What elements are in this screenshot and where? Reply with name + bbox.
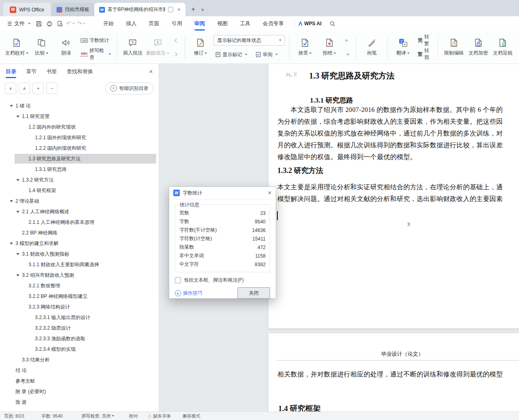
- previous-change-button[interactable]: [342, 35, 352, 45]
- toc-item[interactable]: 3.2.2 BP 神经网络模型建立: [0, 291, 159, 302]
- previous-comment-button[interactable]: [171, 35, 181, 45]
- section-heading-1-4[interactable]: 1.4 研究框架: [278, 403, 321, 412]
- document-text-line[interactable]: 本文选取了绍兴市 2007-2016 的数据作为原始样本数据。其中前 6 个年的: [277, 104, 503, 116]
- toc-item[interactable]: 1.2.2 国内的现状和研究: [0, 143, 159, 153]
- toc-item[interactable]: 3.2.1 数据整理: [0, 280, 159, 291]
- next-comment-button[interactable]: [171, 49, 181, 59]
- toc-item[interactable]: 1.4 研究框架: [0, 185, 159, 196]
- next-change-button[interactable]: [342, 49, 352, 59]
- toc-item[interactable]: 参考文献: [0, 376, 159, 386]
- status-spellcheck[interactable]: 拼写检查: 关闭: [81, 413, 114, 419]
- toc-item[interactable]: 1.2 国内外的研究现状: [0, 122, 159, 132]
- document-page-3[interactable]: H₃ ⠿ 1.3 研究思路及研究方法 1.3.1 研究思路 本文选取了绍兴市 2…: [268, 64, 519, 328]
- panel-tab[interactable]: 章节: [26, 64, 37, 79]
- status-page[interactable]: 页面: 8/23: [4, 413, 24, 419]
- toc-item[interactable]: 3.2.3.2 隐层设计: [0, 323, 159, 333]
- tab-current-doc[interactable]: W 基于BP神经网络的绍兴市财政 ✕: [94, 3, 185, 16]
- page-header[interactable]: 毕业设计（论文）: [381, 350, 423, 358]
- toc-expand-arrow[interactable]: [10, 200, 13, 202]
- print-button[interactable]: [44, 18, 55, 29]
- encrypt-document-button[interactable]: 文档加密: [466, 34, 491, 61]
- status-word-count[interactable]: 字数: 9540: [41, 413, 63, 419]
- close-button[interactable]: 关闭: [238, 287, 270, 299]
- toc-item[interactable]: 3.2.3.1 输入输出层的设计: [0, 312, 159, 323]
- document-text-line[interactable]: 相关数据，并对数据进行相应的处理，通过不断的训练和修改得到最优的模型: [277, 368, 503, 381]
- zoom-in-button[interactable]: +: [33, 83, 44, 94]
- menu-tab[interactable]: 页面: [143, 16, 166, 31]
- toc-item[interactable]: 3.1 财政收入预测指标: [0, 249, 159, 259]
- status-compat-mode[interactable]: 兼容模式: [182, 413, 200, 419]
- print-preview-button[interactable]: [55, 18, 65, 29]
- document-text-line[interactable]: 本文主要是采用理论分析和实证研究相结合的方法，在理论分析的基础上，通: [277, 181, 503, 193]
- menu-tab[interactable]: 会员专享: [257, 16, 290, 31]
- undo-button[interactable]: ↶: [65, 18, 76, 29]
- sub-heading-1-3-2[interactable]: 1.3.2 研究方法: [277, 166, 323, 175]
- insert-comment-button[interactable]: 插入批注: [120, 34, 145, 61]
- toc-item[interactable]: 3.2.3.4 模型的实现: [0, 344, 159, 354]
- toc-expand-arrow[interactable]: [10, 243, 13, 245]
- toc-item[interactable]: 1.3.2 研究方法: [0, 175, 159, 185]
- menu-tab[interactable]: 视图: [211, 16, 234, 31]
- document-text-line[interactable]: 修改隐层中的权值。最终得到一个最优的模型。: [277, 151, 503, 163]
- panel-tab[interactable]: 书签: [46, 64, 57, 79]
- toc-item[interactable]: 1.3.1 研究思路: [0, 164, 159, 175]
- panel-tab[interactable]: 查找和替换: [67, 64, 93, 79]
- tab-list-dropdown[interactable]: ∨: [198, 4, 207, 15]
- toc-item[interactable]: 致 谢: [0, 397, 159, 407]
- new-tab-button[interactable]: +: [188, 4, 198, 15]
- toc-item[interactable]: 3 模型的建立和求解: [0, 238, 159, 249]
- delete-comment-button[interactable]: 删除批注: [145, 34, 170, 61]
- wps-home-tab[interactable]: W WPS Office: [3, 3, 51, 16]
- toc-expand-arrow[interactable]: [16, 253, 20, 255]
- document-text-line[interactable]: 复杂的关系以权值的形式放在神经网络中，通过前几个月数据的多次训练，对: [277, 127, 503, 139]
- search-icon[interactable]: [327, 18, 338, 29]
- toc-item[interactable]: 3.1.1 财政收入主要影响因素选择: [0, 259, 159, 270]
- traditional-to-simplified-button[interactable]: 繁 转简: [416, 49, 434, 59]
- spell-check-button[interactable]: ABC 拼写检查: [79, 49, 113, 59]
- status-proofread[interactable]: 校对: [129, 413, 138, 419]
- dialog-titlebar[interactable]: W 字数统计 ✕: [169, 187, 276, 199]
- heading-drag-handle[interactable]: H₃ ⠿: [286, 72, 297, 78]
- toc-expand-arrow[interactable]: [16, 179, 20, 181]
- toc-item[interactable]: 1.3 研究思路及研究方法: [0, 153, 159, 164]
- save-button[interactable]: [34, 18, 44, 29]
- close-tab-icon[interactable]: ✕: [177, 7, 180, 12]
- toc-item[interactable]: 3.2 绍兴市财政收入预测: [0, 270, 159, 280]
- toc-item[interactable]: 2.1 人工神经网络概述: [0, 206, 159, 217]
- word-count-button[interactable]: 123 字数统计: [79, 35, 113, 45]
- toc-item[interactable]: 1.2.1 国外的现状和研究: [0, 132, 159, 143]
- reject-changes-button[interactable]: 拒绝: [317, 34, 342, 61]
- close-dialog-icon[interactable]: ✕: [268, 190, 272, 196]
- read-aloud-button[interactable]: 朗读: [54, 34, 78, 61]
- toc-item[interactable]: 2 理论基础: [0, 196, 159, 206]
- toc-item[interactable]: 附 录 (必要时): [0, 386, 159, 397]
- toc-item[interactable]: 结 论: [0, 365, 159, 376]
- document-text-line[interactable]: 为分析的依据，综合考虑影响财政收入的主要因素，作为相关变量。把这些因: [277, 116, 503, 127]
- toc-expand-arrow[interactable]: [16, 211, 20, 213]
- panel-tab[interactable]: 目录: [6, 64, 16, 79]
- document-text-line[interactable]: 月的收入进行预测。根据几次训练得到的数据和实际数据进行比较，算出误差: [277, 139, 503, 151]
- menu-tab[interactable]: 开始: [97, 16, 120, 31]
- toc-item[interactable]: 1.1 研究背景: [0, 111, 159, 122]
- restrict-editing-button[interactable]: 限制编辑: [442, 34, 466, 61]
- review-options-button[interactable]: 审阅: [254, 50, 279, 59]
- toc-item[interactable]: 3.2.3.3 激励函数的选取: [0, 333, 159, 344]
- menu-tab[interactable]: 插入: [120, 16, 143, 31]
- menu-tab[interactable]: 审阅: [188, 16, 211, 31]
- finalize-document-button[interactable]: 文档定稿: [491, 34, 515, 61]
- expand-all-button[interactable]: ∧: [19, 83, 30, 94]
- pen-button[interactable]: 画笔: [360, 34, 384, 61]
- tab-template-doc[interactable]: 找稿壳模板: [52, 3, 94, 16]
- include-footnotes-checkbox[interactable]: 包括文本框、脚注和尾注(F): [175, 277, 270, 284]
- collapse-all-button[interactable]: ∨: [5, 83, 16, 94]
- toc-item[interactable]: 1 绪 论: [0, 101, 159, 111]
- redo-button[interactable]: ↷: [76, 18, 87, 29]
- toc-expand-arrow[interactable]: [16, 116, 20, 118]
- status-missing-font[interactable]: ⚠ 缺失字体: [148, 413, 171, 419]
- translate-button[interactable]: 文A 翻译: [391, 34, 415, 61]
- close-panel-icon[interactable]: ✕: [149, 69, 153, 74]
- toc-expand-arrow[interactable]: [10, 105, 13, 107]
- simplified-to-traditional-button[interactable]: 简 转繁: [416, 35, 434, 45]
- markup-state-select[interactable]: 显示标记的最终状态: [214, 35, 285, 46]
- tips-link[interactable]: ▶ 操作技巧: [175, 290, 203, 297]
